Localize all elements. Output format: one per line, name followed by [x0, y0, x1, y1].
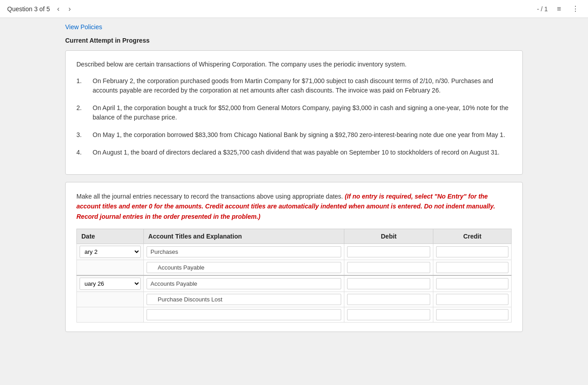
- debit-input-1[interactable]: [347, 246, 430, 257]
- account-input-5[interactable]: [147, 309, 341, 320]
- item-number: 2.: [76, 103, 93, 122]
- debit-cell: [344, 307, 433, 323]
- item-text: On February 2, the corporation purchased…: [93, 76, 512, 95]
- top-bar-left: Question 3 of 5 ‹ ›: [7, 4, 73, 14]
- credit-cell: [433, 307, 512, 323]
- instruction-text: Make all the journal entries necessary t…: [76, 191, 512, 221]
- item-text: On August 1, the board of directors decl…: [93, 148, 512, 157]
- account-header: Account Titles and Explanation: [143, 229, 344, 244]
- account-cell: [143, 307, 344, 323]
- credit-cell: [433, 260, 512, 276]
- account-cell: [143, 260, 344, 276]
- debit-input-5[interactable]: [347, 309, 430, 320]
- credit-input-3[interactable]: [436, 278, 508, 289]
- table-row: ary 2 Feb 2 Feb 26: [77, 244, 512, 260]
- pagination-label: - / 1: [537, 5, 548, 13]
- list-item: 4. On August 1, the board of directors d…: [76, 148, 512, 157]
- debit-cell: [344, 275, 433, 292]
- date-select-3[interactable]: uary 26 Feb 26 Feb 2: [80, 278, 141, 290]
- table-header-row: Date Account Titles and Explanation Debi…: [77, 229, 512, 244]
- account-input-3[interactable]: [147, 278, 341, 289]
- credit-cell: [433, 275, 512, 292]
- date-cell-empty: [77, 307, 144, 323]
- problem-card: Described below are certain transactions…: [65, 50, 523, 175]
- main-content: View Policies Current Attempt in Progres…: [58, 18, 530, 337]
- date-cell: uary 26 Feb 26 Feb 2: [77, 275, 144, 292]
- credit-cell: [433, 244, 512, 260]
- instruction-plain: Make all the journal entries necessary t…: [76, 193, 343, 200]
- debit-cell: [344, 260, 433, 276]
- debit-input-2[interactable]: [347, 262, 430, 273]
- credit-input-1[interactable]: [436, 246, 508, 257]
- credit-input-5[interactable]: [436, 309, 508, 320]
- table-row: uary 26 Feb 26 Feb 2: [77, 275, 512, 292]
- view-policies-link[interactable]: View Policies: [65, 23, 102, 31]
- journal-card: Make all the journal entries necessary t…: [65, 182, 523, 332]
- date-header: Date: [77, 229, 144, 244]
- date-select-1[interactable]: ary 2 Feb 2 Feb 26: [80, 246, 141, 258]
- item-number: 3.: [76, 130, 93, 140]
- table-row: [77, 260, 512, 276]
- item-text: On April 1, the corporation bought a tru…: [93, 103, 512, 122]
- top-bar-right: - / 1 ≡ ⋮: [537, 4, 581, 14]
- debit-cell: [344, 244, 433, 260]
- account-cell: [143, 275, 344, 292]
- item-text: On May 1, the corporation borrowed $83,3…: [93, 130, 512, 140]
- account-input-1[interactable]: [147, 246, 341, 257]
- list-view-button[interactable]: ≡: [555, 4, 563, 14]
- top-bar: Question 3 of 5 ‹ › - / 1 ≡ ⋮: [0, 0, 588, 18]
- debit-header: Debit: [344, 229, 433, 244]
- problem-intro: Described below are certain transactions…: [76, 60, 512, 69]
- credit-input-2[interactable]: [436, 262, 508, 273]
- debit-input-4[interactable]: [347, 294, 430, 305]
- date-cell-empty: [77, 292, 144, 307]
- list-item: 3. On May 1, the corporation borrowed $8…: [76, 130, 512, 140]
- item-number: 4.: [76, 148, 93, 157]
- table-row: [77, 307, 512, 323]
- account-cell: [143, 292, 344, 307]
- credit-input-4[interactable]: [436, 294, 508, 305]
- account-input-4[interactable]: [147, 294, 341, 305]
- more-options-button[interactable]: ⋮: [570, 4, 581, 14]
- account-input-2[interactable]: [147, 262, 341, 273]
- date-cell: ary 2 Feb 2 Feb 26: [77, 244, 144, 260]
- item-number: 1.: [76, 76, 93, 95]
- credit-cell: [433, 292, 512, 307]
- question-label: Question 3 of 5: [7, 5, 50, 13]
- credit-header: Credit: [433, 229, 512, 244]
- list-item: 2. On April 1, the corporation bought a …: [76, 103, 512, 122]
- prev-question-button[interactable]: ‹: [55, 4, 61, 14]
- debit-cell: [344, 292, 433, 307]
- debit-input-3[interactable]: [347, 278, 430, 289]
- table-row: [77, 292, 512, 307]
- journal-table: Date Account Titles and Explanation Debi…: [76, 229, 512, 323]
- list-item: 1. On February 2, the corporation purcha…: [76, 76, 512, 95]
- problem-list: 1. On February 2, the corporation purcha…: [76, 76, 512, 157]
- current-attempt-label: Current Attempt in Progress: [65, 37, 523, 44]
- account-cell: [143, 244, 344, 260]
- date-cell-empty: [77, 260, 144, 276]
- next-question-button[interactable]: ›: [67, 4, 72, 14]
